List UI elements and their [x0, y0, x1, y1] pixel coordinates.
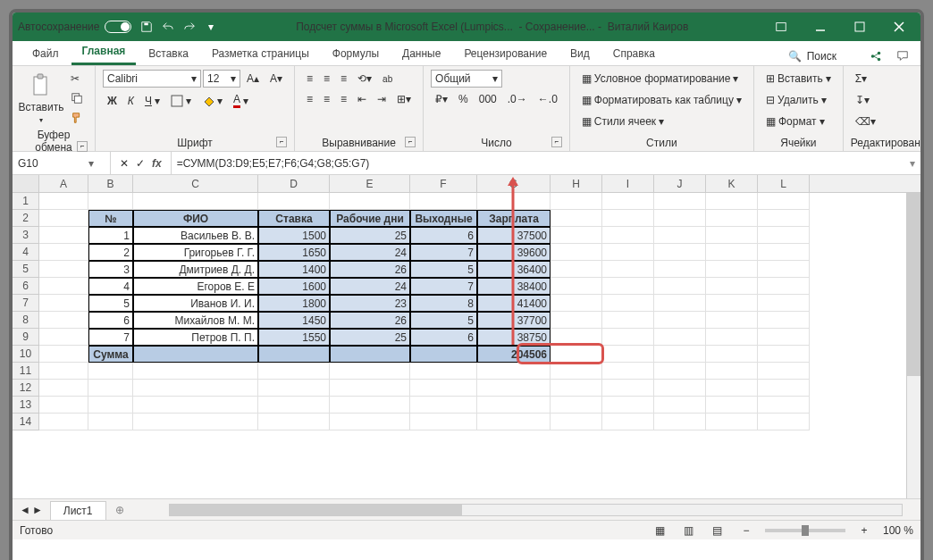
cell[interactable]: [330, 397, 410, 414]
cell[interactable]: Рабочие дни: [330, 210, 410, 227]
cell[interactable]: [602, 363, 654, 380]
cell[interactable]: 6: [410, 227, 477, 244]
col-header[interactable]: H: [551, 175, 602, 192]
cell[interactable]: [39, 414, 88, 430]
cell[interactable]: [602, 414, 654, 430]
cell[interactable]: [602, 244, 654, 261]
accept-formula-icon[interactable]: ✓: [136, 157, 145, 170]
row-header[interactable]: 11: [13, 363, 39, 380]
cell[interactable]: [133, 363, 258, 380]
cell[interactable]: ФИО: [133, 210, 258, 227]
close-button[interactable]: [883, 16, 915, 38]
cell[interactable]: [551, 193, 602, 210]
row-header[interactable]: 12: [13, 380, 39, 397]
cell[interactable]: [551, 346, 602, 363]
cell[interactable]: [654, 414, 706, 430]
align-center-icon[interactable]: ≡: [319, 90, 334, 108]
cell[interactable]: [477, 414, 551, 430]
cell[interactable]: [602, 278, 654, 295]
cell[interactable]: [330, 193, 410, 210]
col-header[interactable]: E: [330, 175, 410, 192]
cell[interactable]: [706, 210, 758, 227]
sheet-nav-prev-icon[interactable]: ◄: [20, 504, 30, 516]
format-painter-icon[interactable]: [66, 109, 88, 127]
cell[interactable]: [758, 278, 810, 295]
row-header[interactable]: 7: [13, 295, 39, 312]
border-icon[interactable]: ▾: [166, 92, 196, 110]
tab-insert[interactable]: Вставка: [138, 42, 199, 65]
cell[interactable]: [654, 329, 706, 346]
cell[interactable]: Дмитриев Д. Д.: [133, 261, 258, 278]
search-icon[interactable]: 🔍: [788, 50, 802, 63]
cell[interactable]: [410, 397, 477, 414]
cell[interactable]: 36400: [477, 261, 551, 278]
cell[interactable]: [330, 414, 410, 430]
underline-button[interactable]: Ч▾: [140, 92, 164, 110]
row-header[interactable]: 8: [13, 312, 39, 329]
fx-icon[interactable]: fx: [152, 157, 162, 170]
cell[interactable]: 3: [88, 261, 133, 278]
row-header[interactable]: 13: [13, 397, 39, 414]
cell[interactable]: [654, 193, 706, 210]
cancel-formula-icon[interactable]: ✕: [120, 157, 129, 170]
cell[interactable]: 25: [330, 227, 410, 244]
col-header[interactable]: K: [706, 175, 758, 192]
cell[interactable]: 7: [410, 278, 477, 295]
cell[interactable]: 26: [330, 312, 410, 329]
cell[interactable]: 39600: [477, 244, 551, 261]
cell[interactable]: [330, 346, 410, 363]
cell[interactable]: Васильев В. В.: [133, 227, 258, 244]
cell[interactable]: Григорьев Г. Г.: [133, 244, 258, 261]
tab-view[interactable]: Вид: [559, 42, 601, 65]
search-label[interactable]: Поиск: [807, 50, 836, 63]
cell[interactable]: [654, 346, 706, 363]
cell[interactable]: 25: [330, 329, 410, 346]
row-header[interactable]: 10: [13, 346, 39, 363]
cell[interactable]: [39, 397, 88, 414]
paste-button[interactable]: Вставить▾: [20, 70, 63, 127]
comma-icon[interactable]: 000: [475, 90, 501, 108]
autosave-toggle[interactable]: Автосохранение: [18, 21, 131, 33]
cell[interactable]: 204506: [477, 346, 551, 363]
spreadsheet-grid[interactable]: ABCDEFGHIJKL 12№ФИОСтавкаРабочие дниВыхо…: [13, 175, 920, 498]
cell[interactable]: Ставка: [258, 210, 330, 227]
align-left-icon[interactable]: ≡: [302, 90, 317, 108]
orientation-icon[interactable]: ⟲▾: [353, 70, 376, 88]
launcher-icon[interactable]: ⌐: [405, 137, 416, 147]
col-header[interactable]: I: [602, 175, 654, 192]
cell[interactable]: [133, 397, 258, 414]
cell[interactable]: [551, 312, 602, 329]
cell[interactable]: [706, 380, 758, 397]
sheet-nav-next-icon[interactable]: ►: [32, 504, 43, 516]
cell[interactable]: [258, 193, 330, 210]
cell[interactable]: №: [88, 210, 133, 227]
cell[interactable]: [258, 380, 330, 397]
decrease-font-icon[interactable]: A▾: [265, 70, 287, 88]
cell[interactable]: 1800: [258, 295, 330, 312]
cell[interactable]: [551, 380, 602, 397]
col-header[interactable]: D: [258, 175, 330, 192]
share-button[interactable]: [865, 47, 887, 65]
row-header[interactable]: 5: [13, 261, 39, 278]
row-header[interactable]: 3: [13, 227, 39, 244]
number-format-combo[interactable]: Общий▾: [431, 70, 502, 88]
cell[interactable]: [758, 363, 810, 380]
cell[interactable]: [39, 227, 88, 244]
cell[interactable]: 23: [330, 295, 410, 312]
cell[interactable]: [654, 227, 706, 244]
col-header[interactable]: A: [39, 175, 88, 192]
cell[interactable]: [654, 244, 706, 261]
cut-icon[interactable]: ✂: [66, 70, 88, 88]
row-header[interactable]: 1: [13, 193, 39, 210]
cell[interactable]: [88, 363, 133, 380]
expand-formula-icon[interactable]: ▾: [904, 152, 920, 174]
cell[interactable]: [706, 261, 758, 278]
cell[interactable]: Сумма: [88, 346, 133, 363]
cell[interactable]: 1650: [258, 244, 330, 261]
maximize-button[interactable]: [844, 16, 876, 38]
cell[interactable]: 41400: [477, 295, 551, 312]
cell[interactable]: [758, 329, 810, 346]
zoom-in-button[interactable]: +: [854, 522, 874, 539]
cell[interactable]: [602, 261, 654, 278]
cell[interactable]: [758, 261, 810, 278]
